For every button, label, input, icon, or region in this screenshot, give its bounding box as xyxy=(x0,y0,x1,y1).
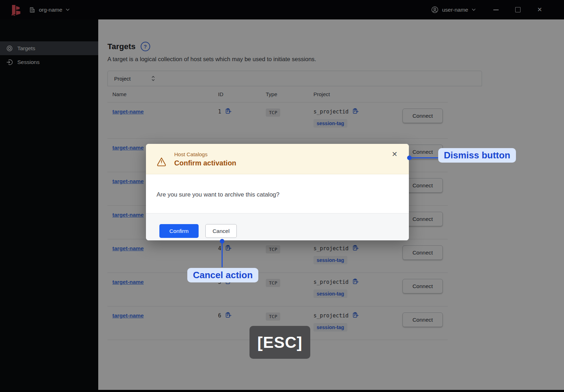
dialog-body-text: Are you sure you want to archive this ca… xyxy=(146,174,409,213)
app-window: org-name user-name ✕ xyxy=(0,0,564,392)
dialog-close-icon[interactable]: ✕ xyxy=(392,151,398,158)
esc-key-badge: [ESC] xyxy=(249,326,310,359)
dismiss-annotation-label: Dismiss button xyxy=(438,148,516,163)
dialog-header: Host Catalogs Confirm activation ✕ xyxy=(146,144,409,174)
warning-icon xyxy=(157,157,166,166)
cancel-annotation-label: Cancel action xyxy=(187,268,258,282)
cancel-annotation-line xyxy=(222,243,223,267)
confirm-dialog: Host Catalogs Confirm activation ✕ Are y… xyxy=(146,144,409,240)
dialog-context-label: Host Catalogs xyxy=(174,151,236,157)
cancel-button[interactable]: Cancel xyxy=(205,224,237,238)
dialog-footer: Confirm Cancel xyxy=(146,213,409,240)
confirm-button[interactable]: Confirm xyxy=(159,224,199,238)
dialog-title: Confirm activation xyxy=(174,159,236,167)
dismiss-annotation-line xyxy=(411,157,438,158)
